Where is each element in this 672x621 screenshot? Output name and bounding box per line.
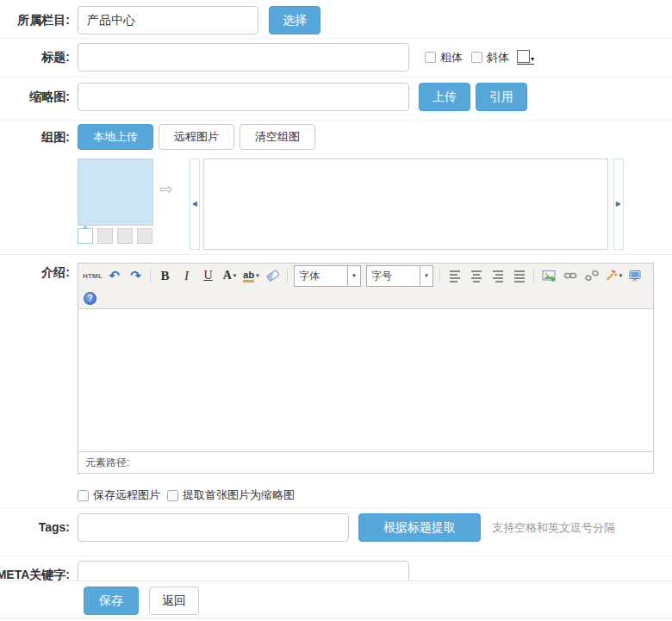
italic-checkbox[interactable] bbox=[471, 52, 482, 63]
first-as-thumb-checkbox[interactable] bbox=[167, 490, 178, 501]
category-row: 所属栏目: 选择 bbox=[0, 0, 672, 39]
align-center-button[interactable] bbox=[466, 266, 486, 285]
align-left-icon bbox=[448, 269, 462, 283]
gallery-row: 组图: 本地上传 远程图片 清空组图 ⇨ bbox=[0, 121, 672, 255]
remove-format-button[interactable] bbox=[263, 266, 283, 285]
help-icon: ? bbox=[87, 294, 92, 303]
italic-option[interactable]: 斜体 bbox=[471, 50, 509, 65]
bold-option-label: 粗体 bbox=[440, 50, 463, 65]
toolbar-separator bbox=[150, 268, 151, 283]
italic-option-label: 斜体 bbox=[487, 50, 509, 65]
insert-image-button[interactable] bbox=[538, 266, 558, 285]
align-center-icon bbox=[470, 269, 483, 283]
preview-slot-row bbox=[78, 228, 157, 244]
tags-input[interactable] bbox=[78, 513, 349, 542]
preview-slot-selected[interactable] bbox=[78, 228, 93, 244]
intro-row: 介绍: HTML ↶ ↷ B I U A ▾ ab ▾ bbox=[0, 255, 672, 508]
gallery-list-box[interactable] bbox=[203, 158, 608, 250]
tab-local-upload[interactable]: 本地上传 bbox=[78, 124, 153, 150]
font-family-select[interactable]: 字体 ▾ bbox=[294, 265, 361, 287]
chevron-down-icon: ▾ bbox=[256, 272, 259, 279]
tab-remote-images[interactable]: 远程图片 bbox=[159, 124, 234, 150]
thumbnail-row: 缩略图: 上传 引用 bbox=[0, 78, 672, 121]
element-path-label: 元素路径: bbox=[85, 456, 129, 470]
uploader-preview-column bbox=[78, 158, 157, 244]
upload-preview-box[interactable] bbox=[78, 158, 153, 226]
image-icon bbox=[542, 269, 556, 283]
action-footer: 保存 返回 bbox=[0, 581, 672, 621]
align-right-button[interactable] bbox=[488, 266, 507, 285]
editor-content-area[interactable] bbox=[78, 309, 653, 451]
rich-text-editor: HTML ↶ ↷ B I U A ▾ ab ▾ bbox=[78, 263, 654, 474]
highlight-color-button[interactable]: ab ▾ bbox=[241, 266, 261, 285]
align-justify-button[interactable] bbox=[509, 266, 529, 285]
transfer-arrow-icon: ⇨ bbox=[159, 181, 173, 197]
chevron-down-icon: ▾ bbox=[233, 272, 237, 279]
redo-button[interactable]: ↷ bbox=[126, 266, 146, 285]
title-color-picker[interactable]: ▾ bbox=[517, 50, 534, 65]
eraser-icon bbox=[265, 270, 279, 283]
font-size-select[interactable]: 字号 ▾ bbox=[366, 265, 433, 287]
category-input[interactable] bbox=[78, 6, 258, 34]
unlink-button[interactable] bbox=[582, 266, 601, 285]
magic-wand-icon bbox=[604, 269, 618, 283]
insert-link-button[interactable] bbox=[560, 266, 580, 285]
title-label: 标题: bbox=[0, 43, 78, 71]
triangle-left-icon: ◀ bbox=[192, 201, 197, 208]
save-button[interactable]: 保存 bbox=[84, 587, 139, 615]
preview-slot[interactable] bbox=[117, 228, 133, 244]
intro-label: 介绍: bbox=[0, 263, 78, 282]
back-button[interactable]: 返回 bbox=[149, 587, 199, 615]
gallery-upload-zone: ⇨ ◀ ▶ bbox=[78, 158, 624, 250]
thumbnail-quote-button[interactable]: 引用 bbox=[476, 83, 527, 111]
triangle-right-icon: ▶ bbox=[616, 201, 621, 208]
gallery-scroll-left-button[interactable]: ◀ bbox=[190, 158, 200, 250]
article-edit-form: 所属栏目: 选择 标题: 粗体 斜体 ▾ 缩略图: bbox=[0, 0, 672, 621]
source-code-button[interactable]: HTML bbox=[83, 266, 103, 285]
redo-icon: ↷ bbox=[130, 268, 141, 283]
quick-format-button[interactable]: ▾ bbox=[603, 266, 623, 285]
title-row: 标题: 粗体 斜体 ▾ bbox=[0, 39, 672, 78]
editor-toolbar-row1: HTML ↶ ↷ B I U A ▾ ab ▾ bbox=[78, 264, 653, 288]
toolbar-separator bbox=[533, 268, 534, 283]
underline-button[interactable]: U bbox=[198, 266, 218, 285]
fullscreen-button[interactable] bbox=[625, 266, 644, 285]
help-button[interactable]: ? bbox=[84, 292, 96, 305]
monitor-icon bbox=[628, 269, 642, 283]
save-remote-label: 保存远程图片 bbox=[93, 487, 160, 503]
color-swatch-box[interactable] bbox=[517, 50, 530, 63]
chevron-down-icon: ▾ bbox=[531, 56, 534, 63]
select-category-button[interactable]: 选择 bbox=[269, 6, 320, 34]
toolbar-separator bbox=[287, 268, 288, 283]
first-as-thumb-option[interactable]: 提取首张图片为缩略图 bbox=[167, 487, 295, 503]
thumbnail-input[interactable] bbox=[78, 83, 409, 111]
tab-clear-gallery[interactable]: 清空组图 bbox=[240, 124, 315, 150]
tags-hint: 支持空格和英文逗号分隔 bbox=[492, 520, 615, 536]
save-remote-checkbox[interactable] bbox=[78, 490, 89, 501]
italic-button[interactable]: I bbox=[177, 266, 196, 285]
preview-slot[interactable] bbox=[137, 228, 152, 244]
preview-slot[interactable] bbox=[97, 228, 113, 244]
bold-checkbox[interactable] bbox=[425, 52, 436, 63]
undo-button[interactable]: ↶ bbox=[104, 266, 124, 285]
tags-row: Tags: 根据标题提取 支持空格和英文逗号分隔 bbox=[0, 508, 672, 556]
link-icon bbox=[563, 269, 577, 283]
thumbnail-upload-button[interactable]: 上传 bbox=[419, 83, 470, 111]
bold-option[interactable]: 粗体 bbox=[425, 50, 463, 65]
gallery-scroll-right-button[interactable]: ▶ bbox=[613, 158, 624, 250]
thumbnail-label: 缩略图: bbox=[0, 83, 78, 111]
align-right-icon bbox=[491, 269, 505, 283]
align-left-button[interactable] bbox=[445, 266, 464, 285]
gallery-label: 组图: bbox=[0, 124, 78, 150]
bold-button[interactable]: B bbox=[155, 266, 175, 285]
save-remote-option[interactable]: 保存远程图片 bbox=[78, 487, 160, 503]
unlink-icon bbox=[585, 269, 599, 283]
editor-toolbar-row2: ? bbox=[78, 288, 653, 309]
tags-label: Tags: bbox=[0, 513, 78, 542]
title-input[interactable] bbox=[78, 43, 409, 71]
font-color-button[interactable]: A ▾ bbox=[220, 266, 240, 285]
footer-bottom-strip bbox=[0, 618, 672, 621]
intro-options-row: 保存远程图片 提取首张图片为缩略图 bbox=[78, 487, 654, 503]
extract-from-title-button[interactable]: 根据标题提取 bbox=[358, 513, 481, 542]
chevron-down-icon: ▾ bbox=[347, 266, 360, 286]
